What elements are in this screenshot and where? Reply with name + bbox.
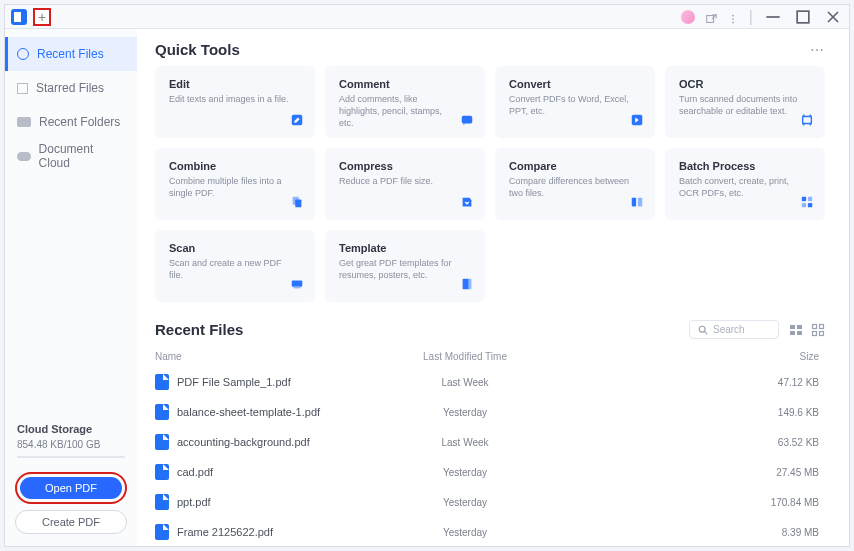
sidebar-item-label: Recent Files: [37, 47, 104, 61]
tool-card-scan[interactable]: ScanScan and create a new PDF file.: [155, 230, 315, 302]
tool-desc: Batch convert, create, print, OCR PDFs, …: [679, 175, 799, 199]
svg-point-2: [732, 18, 734, 20]
file-size: 63.52 KB: [555, 437, 825, 448]
file-size: 47.12 KB: [555, 377, 825, 388]
tool-icon: [629, 112, 645, 128]
tool-title: Compress: [339, 160, 471, 172]
tool-card-template[interactable]: TemplateGet great PDF templates for resu…: [325, 230, 485, 302]
file-row[interactable]: PDF File Sample_1.pdfLast Week47.12 KB: [155, 367, 825, 397]
tool-title: Comment: [339, 78, 471, 90]
file-name: balance-sheet-template-1.pdf: [177, 406, 320, 418]
tool-icon: [459, 112, 475, 128]
file-size: 149.6 KB: [555, 407, 825, 418]
file-modified: Yesterday: [375, 527, 555, 538]
svg-rect-31: [820, 324, 824, 328]
col-size: Size: [555, 351, 825, 362]
svg-point-24: [699, 326, 705, 332]
open-pdf-button[interactable]: Open PDF: [20, 477, 122, 499]
close-button[interactable]: [823, 10, 843, 24]
cloud-storage-bar: [17, 456, 125, 458]
svg-rect-23: [469, 279, 472, 290]
sidebar-item-document-cloud[interactable]: Document Cloud: [5, 139, 137, 173]
svg-rect-18: [802, 203, 806, 207]
minimize-button[interactable]: [763, 10, 783, 24]
tool-icon: [289, 276, 305, 292]
tool-card-convert[interactable]: ConvertConvert PDFs to Word, Excel, PPT,…: [495, 66, 655, 138]
svg-rect-29: [797, 331, 802, 335]
tool-desc: Turn scanned documents into searchable o…: [679, 93, 799, 117]
view-grid-icon[interactable]: [811, 323, 825, 337]
quick-tools-grid: EditEdit texts and images in a file.Comm…: [155, 66, 825, 302]
app-window: + | Recent Files: [4, 4, 850, 547]
pdf-file-icon: [155, 404, 169, 420]
new-tab-button[interactable]: +: [33, 8, 51, 26]
maximize-button[interactable]: [793, 10, 813, 24]
svg-rect-17: [808, 197, 812, 201]
search-placeholder: Search: [713, 324, 745, 335]
tool-card-comment[interactable]: CommentAdd comments, like highlights, pe…: [325, 66, 485, 138]
tool-desc: Reduce a PDF file size.: [339, 175, 459, 187]
recent-files-title: Recent Files: [155, 321, 243, 338]
pdf-file-icon: [155, 524, 169, 540]
file-modified: Yesterday: [375, 497, 555, 508]
file-modified: Yesterday: [375, 467, 555, 478]
sidebar-item-recent-files[interactable]: Recent Files: [5, 37, 137, 71]
svg-rect-13: [295, 199, 301, 207]
tool-card-compress[interactable]: CompressReduce a PDF file size.: [325, 148, 485, 220]
tool-title: Combine: [169, 160, 301, 172]
tool-desc: Get great PDF templates for resumes, pos…: [339, 257, 459, 281]
tool-title: Convert: [509, 78, 641, 90]
pdf-file-icon: [155, 464, 169, 480]
cloud-storage-usage: 854.48 KB/100 GB: [17, 439, 125, 450]
svg-point-3: [732, 21, 734, 23]
tool-card-combine[interactable]: CombineCombine multiple files into a sin…: [155, 148, 315, 220]
svg-rect-20: [292, 281, 303, 287]
sidebar-item-label: Starred Files: [36, 81, 104, 95]
tool-title: Template: [339, 242, 471, 254]
col-name: Name: [155, 351, 375, 362]
titlebar: + |: [5, 5, 849, 29]
svg-rect-30: [813, 324, 817, 328]
tool-icon: [799, 112, 815, 128]
sidebar-item-recent-folders[interactable]: Recent Folders: [5, 105, 137, 139]
create-pdf-button[interactable]: Create PDF: [15, 510, 127, 534]
svg-rect-33: [820, 331, 824, 335]
kebab-menu-icon[interactable]: [727, 11, 739, 23]
user-avatar[interactable]: [681, 10, 695, 24]
file-name: accounting-background.pdf: [177, 436, 310, 448]
svg-rect-15: [638, 198, 642, 207]
tool-desc: Combine multiple files into a single PDF…: [169, 175, 289, 199]
tool-card-batch-process[interactable]: Batch ProcessBatch convert, create, prin…: [665, 148, 825, 220]
tool-icon: [799, 194, 815, 210]
col-modified: Last Modified Time: [375, 351, 555, 362]
pdf-file-icon: [155, 374, 169, 390]
svg-rect-22: [463, 279, 469, 290]
tool-card-edit[interactable]: EditEdit texts and images in a file.: [155, 66, 315, 138]
tool-desc: Add comments, like highlights, pencil, s…: [339, 93, 459, 129]
tool-card-compare[interactable]: CompareCompare differences between two f…: [495, 148, 655, 220]
app-logo-icon: [11, 9, 27, 25]
tool-card-ocr[interactable]: OCRTurn scanned documents into searchabl…: [665, 66, 825, 138]
view-list-icon[interactable]: [789, 323, 803, 337]
share-icon[interactable]: [705, 11, 717, 23]
clock-icon: [17, 48, 29, 60]
cloud-storage-title: Cloud Storage: [17, 423, 125, 435]
file-row[interactable]: balance-sheet-template-1.pdfYesterday149…: [155, 397, 825, 427]
tool-icon: [629, 194, 645, 210]
search-input[interactable]: Search: [689, 320, 779, 339]
tool-icon: [459, 194, 475, 210]
tool-title: Edit: [169, 78, 301, 90]
tool-desc: Scan and create a new PDF file.: [169, 257, 289, 281]
quick-tools-more-icon[interactable]: ⋯: [810, 42, 825, 58]
file-row[interactable]: Frame 2125622.pdfYesterday8.39 MB: [155, 517, 825, 546]
svg-rect-32: [813, 331, 817, 335]
pdf-file-icon: [155, 494, 169, 510]
file-row[interactable]: cad.pdfYesterday27.45 MB: [155, 457, 825, 487]
file-row[interactable]: accounting-background.pdfLast Week63.52 …: [155, 427, 825, 457]
tool-icon: [459, 276, 475, 292]
sidebar-item-starred-files[interactable]: Starred Files: [5, 71, 137, 105]
tool-title: Compare: [509, 160, 641, 172]
file-row[interactable]: ppt.pdfYesterday170.84 MB: [155, 487, 825, 517]
svg-rect-14: [632, 198, 636, 207]
file-size: 8.39 MB: [555, 527, 825, 538]
